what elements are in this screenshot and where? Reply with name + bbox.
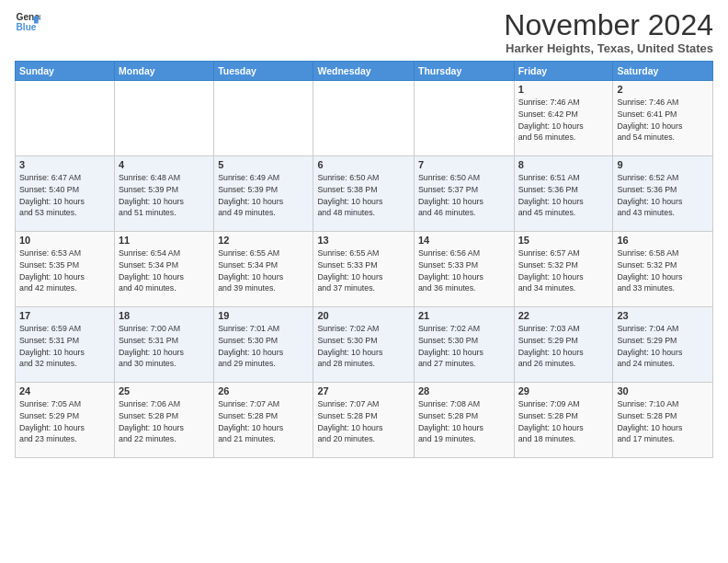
day-cell: 19Sunrise: 7:01 AM Sunset: 5:30 PM Dayli…	[214, 307, 313, 383]
day-cell: 17Sunrise: 6:59 AM Sunset: 5:31 PM Dayli…	[16, 307, 115, 383]
day-number: 13	[317, 235, 410, 246]
day-info: Sunrise: 7:07 AM Sunset: 5:28 PM Dayligh…	[317, 398, 410, 445]
day-number: 4	[119, 159, 210, 170]
day-cell: 8Sunrise: 6:51 AM Sunset: 5:36 PM Daylig…	[514, 156, 613, 232]
day-number: 18	[119, 310, 210, 321]
day-number: 26	[218, 385, 309, 396]
day-cell: 5Sunrise: 6:49 AM Sunset: 5:39 PM Daylig…	[214, 156, 313, 232]
day-number: 30	[617, 385, 709, 396]
page: General Blue November 2024 Harker Height…	[0, 0, 728, 563]
day-number: 11	[119, 235, 210, 246]
day-info: Sunrise: 7:09 AM Sunset: 5:28 PM Dayligh…	[518, 398, 609, 445]
day-info: Sunrise: 7:10 AM Sunset: 5:28 PM Dayligh…	[617, 398, 709, 445]
day-info: Sunrise: 6:57 AM Sunset: 5:32 PM Dayligh…	[518, 247, 609, 294]
day-cell: 1Sunrise: 7:46 AM Sunset: 6:42 PM Daylig…	[514, 81, 613, 156]
header-cell-wednesday: Wednesday	[313, 62, 415, 81]
header: General Blue November 2024 Harker Height…	[15, 9, 713, 55]
day-info: Sunrise: 6:58 AM Sunset: 5:32 PM Dayligh…	[617, 247, 709, 294]
day-info: Sunrise: 7:02 AM Sunset: 5:30 PM Dayligh…	[317, 323, 410, 370]
day-number: 27	[317, 385, 410, 396]
day-cell: 13Sunrise: 6:55 AM Sunset: 5:33 PM Dayli…	[313, 232, 415, 307]
day-info: Sunrise: 6:53 AM Sunset: 5:35 PM Dayligh…	[19, 247, 110, 294]
day-info: Sunrise: 6:47 AM Sunset: 5:40 PM Dayligh…	[19, 172, 110, 219]
day-number: 21	[418, 310, 510, 321]
day-info: Sunrise: 6:50 AM Sunset: 5:38 PM Dayligh…	[317, 172, 410, 219]
header-cell-saturday: Saturday	[613, 62, 713, 81]
day-cell: 15Sunrise: 6:57 AM Sunset: 5:32 PM Dayli…	[514, 232, 613, 307]
day-info: Sunrise: 7:00 AM Sunset: 5:31 PM Dayligh…	[119, 323, 210, 370]
day-info: Sunrise: 7:46 AM Sunset: 6:42 PM Dayligh…	[518, 97, 609, 144]
logo-icon: General Blue	[15, 9, 40, 35]
day-number: 10	[19, 235, 110, 246]
day-cell	[313, 81, 415, 156]
day-cell: 14Sunrise: 6:56 AM Sunset: 5:33 PM Dayli…	[414, 232, 514, 307]
day-number: 5	[218, 159, 309, 170]
day-number: 6	[317, 159, 410, 170]
day-number: 19	[218, 310, 309, 321]
day-number: 14	[418, 235, 510, 246]
day-number: 25	[119, 385, 210, 396]
day-cell: 6Sunrise: 6:50 AM Sunset: 5:38 PM Daylig…	[313, 156, 415, 232]
header-cell-friday: Friday	[514, 62, 613, 81]
day-number: 17	[19, 310, 110, 321]
day-number: 7	[418, 159, 510, 170]
day-number: 1	[518, 84, 609, 95]
day-cell: 23Sunrise: 7:04 AM Sunset: 5:29 PM Dayli…	[613, 307, 713, 383]
day-cell: 12Sunrise: 6:55 AM Sunset: 5:34 PM Dayli…	[214, 232, 313, 307]
calendar-body: 1Sunrise: 7:46 AM Sunset: 6:42 PM Daylig…	[16, 81, 713, 458]
day-info: Sunrise: 7:08 AM Sunset: 5:28 PM Dayligh…	[418, 398, 510, 445]
day-number: 20	[317, 310, 410, 321]
day-info: Sunrise: 7:01 AM Sunset: 5:30 PM Dayligh…	[218, 323, 309, 370]
calendar-header: SundayMondayTuesdayWednesdayThursdayFrid…	[16, 62, 713, 81]
day-cell: 4Sunrise: 6:48 AM Sunset: 5:39 PM Daylig…	[115, 156, 214, 232]
calendar-table: SundayMondayTuesdayWednesdayThursdayFrid…	[15, 61, 713, 458]
day-info: Sunrise: 6:54 AM Sunset: 5:34 PM Dayligh…	[119, 247, 210, 294]
day-cell: 9Sunrise: 6:52 AM Sunset: 5:36 PM Daylig…	[613, 156, 713, 232]
day-number: 3	[19, 159, 110, 170]
day-number: 15	[518, 235, 609, 246]
location-title: Harker Heights, Texas, United States	[504, 41, 713, 55]
header-cell-monday: Monday	[115, 62, 214, 81]
day-cell: 11Sunrise: 6:54 AM Sunset: 5:34 PM Dayli…	[115, 232, 214, 307]
header-cell-sunday: Sunday	[16, 62, 115, 81]
day-cell: 21Sunrise: 7:02 AM Sunset: 5:30 PM Dayli…	[414, 307, 514, 383]
day-info: Sunrise: 6:51 AM Sunset: 5:36 PM Dayligh…	[518, 172, 609, 219]
header-cell-tuesday: Tuesday	[214, 62, 313, 81]
day-cell	[115, 81, 214, 156]
day-number: 12	[218, 235, 309, 246]
day-info: Sunrise: 6:55 AM Sunset: 5:34 PM Dayligh…	[218, 247, 309, 294]
week-row-0: 1Sunrise: 7:46 AM Sunset: 6:42 PM Daylig…	[16, 81, 713, 156]
day-cell: 18Sunrise: 7:00 AM Sunset: 5:31 PM Dayli…	[115, 307, 214, 383]
day-cell: 29Sunrise: 7:09 AM Sunset: 5:28 PM Dayli…	[514, 383, 613, 458]
day-cell: 7Sunrise: 6:50 AM Sunset: 5:37 PM Daylig…	[414, 156, 514, 232]
day-cell: 20Sunrise: 7:02 AM Sunset: 5:30 PM Dayli…	[313, 307, 415, 383]
header-cell-thursday: Thursday	[414, 62, 514, 81]
day-number: 22	[518, 310, 609, 321]
day-info: Sunrise: 7:07 AM Sunset: 5:28 PM Dayligh…	[218, 398, 309, 445]
day-info: Sunrise: 7:05 AM Sunset: 5:29 PM Dayligh…	[19, 398, 110, 445]
week-row-1: 3Sunrise: 6:47 AM Sunset: 5:40 PM Daylig…	[16, 156, 713, 232]
day-number: 9	[617, 159, 709, 170]
day-info: Sunrise: 7:46 AM Sunset: 6:41 PM Dayligh…	[617, 97, 709, 144]
day-cell: 22Sunrise: 7:03 AM Sunset: 5:29 PM Dayli…	[514, 307, 613, 383]
day-cell	[16, 81, 115, 156]
day-info: Sunrise: 7:03 AM Sunset: 5:29 PM Dayligh…	[518, 323, 609, 370]
day-cell: 30Sunrise: 7:10 AM Sunset: 5:28 PM Dayli…	[613, 383, 713, 458]
day-cell: 25Sunrise: 7:06 AM Sunset: 5:28 PM Dayli…	[115, 383, 214, 458]
header-row: SundayMondayTuesdayWednesdayThursdayFrid…	[16, 62, 713, 81]
day-cell: 26Sunrise: 7:07 AM Sunset: 5:28 PM Dayli…	[214, 383, 313, 458]
day-number: 8	[518, 159, 609, 170]
week-row-2: 10Sunrise: 6:53 AM Sunset: 5:35 PM Dayli…	[16, 232, 713, 307]
day-cell: 24Sunrise: 7:05 AM Sunset: 5:29 PM Dayli…	[16, 383, 115, 458]
day-info: Sunrise: 6:59 AM Sunset: 5:31 PM Dayligh…	[19, 323, 110, 370]
day-info: Sunrise: 7:06 AM Sunset: 5:28 PM Dayligh…	[119, 398, 210, 445]
week-row-3: 17Sunrise: 6:59 AM Sunset: 5:31 PM Dayli…	[16, 307, 713, 383]
day-info: Sunrise: 6:55 AM Sunset: 5:33 PM Dayligh…	[317, 247, 410, 294]
day-number: 29	[518, 385, 609, 396]
title-block: November 2024 Harker Heights, Texas, Uni…	[504, 9, 713, 55]
day-cell	[414, 81, 514, 156]
day-number: 28	[418, 385, 510, 396]
svg-text:Blue: Blue	[17, 22, 37, 32]
day-info: Sunrise: 7:04 AM Sunset: 5:29 PM Dayligh…	[617, 323, 709, 370]
day-number: 2	[617, 84, 709, 95]
